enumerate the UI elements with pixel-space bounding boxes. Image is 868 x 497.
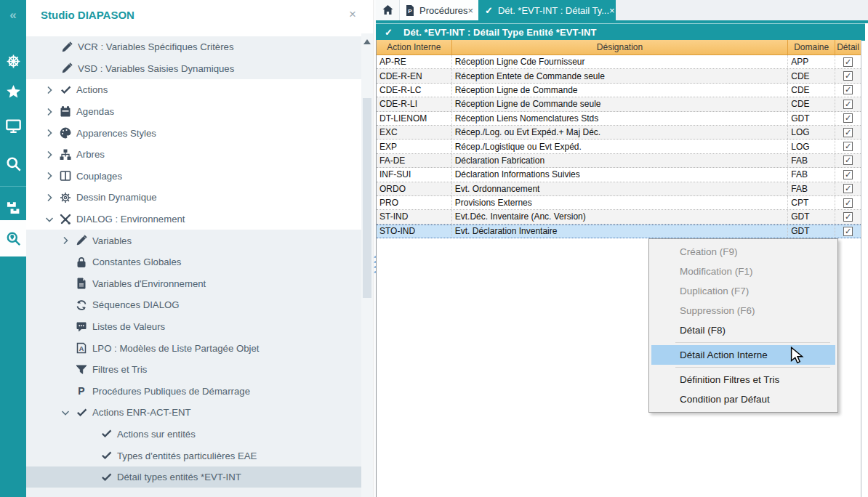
rail-search-button[interactable] xyxy=(0,148,26,179)
chevron-down-icon[interactable] xyxy=(44,214,55,225)
chevron-right-icon[interactable] xyxy=(44,149,55,161)
column-header-designation[interactable]: Désignation xyxy=(452,40,789,54)
detail-checkbox[interactable]: ✓ xyxy=(843,184,853,193)
check-icon xyxy=(100,472,112,483)
palette-icon xyxy=(60,127,71,139)
context-menu-item[interactable]: Suppression (F6) xyxy=(649,301,837,320)
tab-detail-evt-int-active[interactable]: ✓ Dét. *EVT-INT : Détail Ty... × xyxy=(478,0,616,20)
context-menu-item[interactable]: Création (F9) xyxy=(649,242,837,262)
close-tab-icon[interactable]: × xyxy=(609,5,615,16)
tab-home[interactable] xyxy=(376,0,399,20)
tree-item[interactable]: VSD : Variables Saisies Dynamiques xyxy=(26,58,361,80)
menu-item-label: Suppression (F6) xyxy=(680,305,755,316)
detail-checkbox[interactable]: ✓ xyxy=(843,142,853,151)
rail-locator-search-button-active[interactable] xyxy=(0,220,26,256)
sidebar-scrollbar[interactable] xyxy=(361,33,373,497)
tree-item[interactable]: Arbres xyxy=(26,144,361,166)
rail-favorites-button[interactable] xyxy=(0,76,26,108)
table-row[interactable]: CDE-R-EN Réception Entete de Commande se… xyxy=(377,69,861,83)
column-header-detail[interactable]: Détail xyxy=(835,40,861,54)
context-menu-item[interactable]: Duplication (F7) xyxy=(649,281,837,301)
tree-item[interactable]: Apparences Styles xyxy=(26,122,361,144)
rail-monitor-button[interactable] xyxy=(0,110,26,142)
scroll-up-arrow-icon[interactable] xyxy=(363,39,371,44)
tree-item[interactable]: Actions sur entités xyxy=(26,424,361,445)
detail-checkbox[interactable]: ✓ xyxy=(843,71,853,81)
detail-checkbox[interactable]: ✓ xyxy=(843,85,853,94)
table-row[interactable]: EXC Récep./Log. ou Evt Expéd.+ Maj Déc. … xyxy=(377,126,861,140)
detail-checkbox[interactable]: ✓ xyxy=(843,212,853,222)
tree-item[interactable]: Couplages xyxy=(26,166,361,187)
tree-item-label: Couplages xyxy=(76,171,122,182)
tab-procedures[interactable]: P Procédures × xyxy=(399,0,478,20)
table-row[interactable]: PRO Provisions Externes CPT ✓ xyxy=(377,196,861,210)
rail-modules-button[interactable] xyxy=(0,191,26,223)
chevron-right-icon[interactable] xyxy=(44,192,55,203)
chevron-right-icon[interactable] xyxy=(44,127,55,139)
tree-item[interactable]: Séquences DIALOG xyxy=(26,294,361,316)
tree-item[interactable]: Variables d'Environnement xyxy=(26,273,361,295)
collapse-sidebar-button[interactable]: « xyxy=(0,4,26,26)
tree-item[interactable]: Agendas xyxy=(26,101,361,123)
sidebar-close-icon[interactable]: × xyxy=(349,8,356,20)
tree-item-label: Actions sur entités xyxy=(117,429,196,440)
context-menu-item[interactable]: Condition par Défaut xyxy=(649,389,837,409)
detail-checkbox[interactable]: ✓ xyxy=(843,100,853,109)
table-row[interactable]: CDE-R-LI Réception Ligne de Commande seu… xyxy=(377,97,861,111)
detail-checkbox[interactable]: ✓ xyxy=(843,128,853,137)
tree-item[interactable]: Filtres et Tris xyxy=(26,359,361,381)
table-row[interactable]: CDE-R-LC Réception Ligne de Commande CDE… xyxy=(377,84,861,97)
tree-item[interactable]: Actions xyxy=(26,79,361,101)
tree-item[interactable]: DIALOG : Environnement xyxy=(26,209,361,230)
table-row[interactable]: ST-IND Evt.Déc. Inventaire (Anc. Version… xyxy=(377,210,861,224)
menu-item-label: Détail (F8) xyxy=(680,325,726,336)
tree-item[interactable]: Constantes Globales xyxy=(26,251,361,273)
funnel-icon xyxy=(76,364,87,376)
context-menu-item[interactable]: Détail (F8) xyxy=(649,320,837,340)
rail-wheel-button[interactable] xyxy=(0,45,26,77)
table-row[interactable]: DT-LIENOM Réception Liens Nomenclatures … xyxy=(377,112,861,126)
table-row[interactable]: INF-SUI Déclaration Informations Suivies… xyxy=(377,168,861,182)
chevron-right-icon[interactable] xyxy=(44,106,55,118)
column-header-domaine[interactable]: Domaine xyxy=(788,40,835,54)
tree-item[interactable]: Types d'entités particulières EAE xyxy=(26,445,361,466)
detail-checkbox[interactable]: ✓ xyxy=(843,227,853,236)
detail-checkbox[interactable]: ✓ xyxy=(843,113,853,123)
tree-item[interactable]: VCR : Variables Spécifiques Critères xyxy=(26,36,361,58)
tree-item[interactable]: Variables xyxy=(26,230,361,251)
context-menu-item-highlighted[interactable]: Détail Action Interne xyxy=(651,345,835,365)
chevron-right-icon[interactable] xyxy=(44,170,55,182)
detail-checkbox[interactable]: ✓ xyxy=(843,155,853,165)
table-row-selected[interactable]: STO-IND Evt. Déclaration Inventaire GDT … xyxy=(377,225,861,238)
context-menu-item[interactable]: Définition Filtres et Tris xyxy=(649,370,837,389)
tree-item-selected[interactable]: Détail types entités *EVT-INT xyxy=(26,466,361,488)
tree-item-label: Listes de Valeurs xyxy=(92,321,165,332)
menu-separator xyxy=(675,342,830,343)
check-icon xyxy=(76,407,87,419)
home-icon xyxy=(382,4,394,16)
scrollbar-thumb[interactable] xyxy=(363,98,371,298)
table-row[interactable]: AP-RE Réception Ligne Cde Fournisseur AP… xyxy=(377,55,861,69)
column-header-action-interne[interactable]: Action Interne xyxy=(377,40,452,54)
tree-item-label: Variables xyxy=(92,235,132,246)
chevron-right-icon[interactable] xyxy=(60,235,71,246)
table-row[interactable]: ORDO Evt. Ordonnancement FAB ✓ xyxy=(377,182,861,196)
doc-icon xyxy=(76,278,87,289)
detail-checkbox[interactable]: ✓ xyxy=(843,198,853,208)
tree-item[interactable]: Listes de Valeurs xyxy=(26,316,361,338)
detail-checkbox[interactable]: ✓ xyxy=(843,57,853,67)
cell-action-interne: STO-IND xyxy=(377,225,452,238)
cell-domaine: FAB xyxy=(788,182,835,195)
chevron-down-icon[interactable] xyxy=(60,407,71,419)
tree-item[interactable]: Actions ENR-ACT-ENT xyxy=(26,402,361,424)
tree-item[interactable]: Procédures Publiques de Démarrage xyxy=(26,381,361,403)
chevron-right-icon[interactable] xyxy=(44,84,55,96)
detail-checkbox[interactable]: ✓ xyxy=(843,170,853,179)
tree-item[interactable]: LPO : Modèles de Liste Partagée Objet xyxy=(26,337,361,359)
close-tab-icon[interactable]: × xyxy=(467,5,473,16)
tree-item[interactable]: Dessin Dynamique xyxy=(26,187,361,209)
table-row[interactable]: EXP Récep./Logistique ou Evt Expéd. LOG … xyxy=(377,140,861,153)
table-row[interactable]: FA-DE Déclaration Fabrication FAB ✓ xyxy=(377,154,861,168)
context-menu-item[interactable]: Modification (F1) xyxy=(649,262,837,281)
menu-item-label: Détail Action Interne xyxy=(680,349,768,360)
